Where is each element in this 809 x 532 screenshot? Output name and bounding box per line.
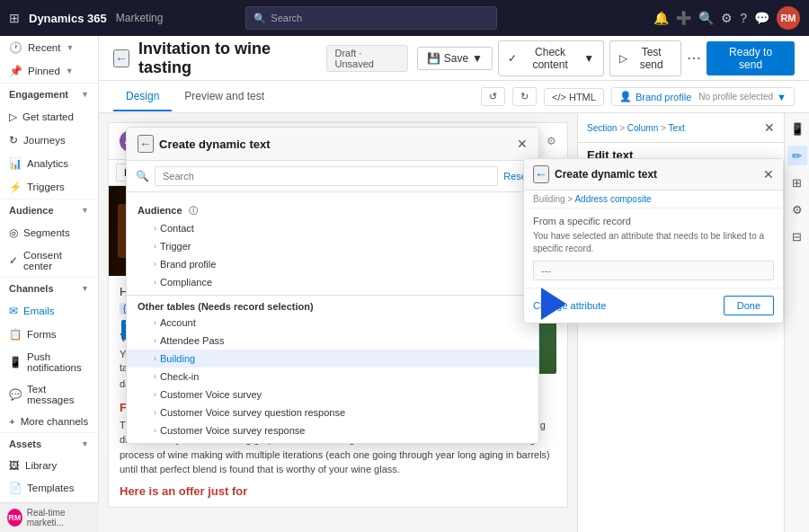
overlay-tree: Audience ⓘ › Contact › Trigger › xyxy=(127,192,538,443)
get-started-icon: ▷ xyxy=(9,111,17,123)
nav-icons: 🔔 ➕ 🔍 ⚙ ? 💬 RM xyxy=(653,6,800,30)
compliance-label: Compliance xyxy=(160,277,212,288)
sidebar-channels-header[interactable]: Channels ▼ xyxy=(0,278,98,299)
redo-button[interactable]: ↻ xyxy=(512,87,537,106)
done-button[interactable]: Done xyxy=(724,296,774,315)
breadcrumb-text-node[interactable]: Text xyxy=(668,123,684,133)
sidebar-assets-header[interactable]: Assets ▼ xyxy=(0,433,98,455)
content-area: ← Invitation to wine tasting Draft · Uns… xyxy=(99,36,809,532)
check-content-button[interactable]: ✓ Check content ▼ xyxy=(498,40,604,76)
rm-avatar: RM xyxy=(7,509,22,527)
attendee-chevron: › xyxy=(154,336,156,345)
sidebar-item-emails[interactable]: ✉ Emails xyxy=(0,299,98,323)
sidebar-audience-header[interactable]: Audience ▼ xyxy=(0,200,98,221)
sidebar-item-more-channels[interactable]: + More channels xyxy=(0,411,98,432)
sidebar-item-get-started[interactable]: ▷ Get started xyxy=(0,105,98,129)
back-button[interactable]: ← xyxy=(113,49,129,67)
tool-edit-icon[interactable]: ✏ xyxy=(787,146,807,165)
sidebar-item-segments[interactable]: ◎ Segments xyxy=(0,221,98,244)
tree-item-trigger[interactable]: › Trigger xyxy=(127,237,538,255)
save-button[interactable]: 💾 Save ▼ xyxy=(417,47,493,70)
nested-close-button[interactable]: ✕ xyxy=(763,167,774,182)
gear-icon[interactable]: ⚙ xyxy=(721,11,733,25)
more-channels-label: More channels xyxy=(21,416,88,427)
tree-item-cv-question[interactable]: › Customer Voice survey question respons… xyxy=(127,403,538,421)
sidebar-item-library[interactable]: 🖼 Library xyxy=(0,455,98,476)
sidebar-item-pinned[interactable]: 📌 Pinned ▼ xyxy=(0,59,98,83)
overlay-close-button[interactable]: ✕ xyxy=(517,137,528,151)
tree-item-attendee-pass[interactable]: › Attendee Pass xyxy=(127,332,538,350)
search-bar[interactable]: 🔍 Search xyxy=(245,6,497,30)
nested-back-button[interactable]: ← xyxy=(533,165,549,183)
undo-button[interactable]: ↺ xyxy=(481,87,505,106)
change-attribute-button[interactable]: Change attribute xyxy=(533,300,606,311)
tree-item-compliance[interactable]: › Compliance xyxy=(127,273,538,291)
tool-settings-icon[interactable]: ⚙ xyxy=(787,200,807,219)
sidebar-item-push[interactable]: 📱 Push notifications xyxy=(0,346,98,378)
library-icon: 🖼 xyxy=(9,460,20,471)
triggers-label: Triggers xyxy=(27,182,65,192)
tree-item-cv-response[interactable]: › Customer Voice survey response xyxy=(127,421,538,439)
sidebar-audience-section: Audience ▼ ◎ Segments ✓ Consent center xyxy=(0,200,98,278)
engagement-chevron: ▼ xyxy=(81,90,89,99)
sidebar-item-forms[interactable]: 📋 Forms xyxy=(0,323,98,346)
right-panel: Section > Column > Text ✕ Edit text Oute… xyxy=(577,113,784,532)
html-button[interactable]: </> HTML xyxy=(544,88,604,106)
bell-icon[interactable]: 🔔 xyxy=(653,11,669,25)
right-panel-close-button[interactable]: ✕ xyxy=(764,120,775,135)
tool-phone-icon[interactable]: 📱 xyxy=(787,119,807,138)
html-icon: </> xyxy=(552,92,566,102)
tool-grid-icon[interactable]: ⊟ xyxy=(787,226,807,246)
user-avatar[interactable]: RM xyxy=(777,6,800,30)
sidebar-item-journeys[interactable]: ↻ Journeys xyxy=(0,129,98,152)
tree-item-cv-survey[interactable]: › Customer Voice survey xyxy=(127,386,538,403)
tree-item-checkin[interactable]: › Check-in xyxy=(127,368,538,386)
sidebar-item-sms[interactable]: 💬 Text messages xyxy=(0,378,98,411)
templates-icon: 📄 xyxy=(9,482,22,494)
tool-layers-icon[interactable]: ⊞ xyxy=(787,173,807,192)
push-icon: 📱 xyxy=(9,356,22,368)
analytics-label: Analytics xyxy=(27,158,68,169)
filter-icon[interactable]: 🔍 xyxy=(698,11,714,25)
checkin-chevron: › xyxy=(154,372,156,381)
library-label: Library xyxy=(25,460,57,471)
sidebar-item-consent[interactable]: ✓ Consent center xyxy=(0,244,98,277)
sidebar-item-analytics[interactable]: 📊 Analytics xyxy=(0,152,98,175)
ready-to-send-button[interactable]: Ready to send xyxy=(707,41,795,75)
trigger-label: Trigger xyxy=(160,241,191,252)
tree-item-building[interactable]: › Building xyxy=(127,350,538,368)
brand-profile-button[interactable]: 👤 Brand profile No profile selected ▼ xyxy=(611,87,795,106)
rm-footer[interactable]: RM Real-time marketi... xyxy=(0,502,99,532)
sidebar-engagement-header[interactable]: Engagement ▼ xyxy=(0,84,98,105)
test-send-button[interactable]: ▷ Test send xyxy=(609,40,681,76)
more-channels-icon: + xyxy=(9,416,15,427)
email-settings-icon[interactable]: ⚙ xyxy=(547,135,556,147)
more-options-button[interactable]: ⋯ xyxy=(687,49,701,66)
grid-icon[interactable]: ⊞ xyxy=(9,11,20,25)
check-icon: ✓ xyxy=(508,52,517,65)
cv-response-label: Customer Voice survey response xyxy=(160,425,305,436)
save-icon: 💾 xyxy=(427,52,440,65)
search-input[interactable] xyxy=(155,166,498,186)
tree-item-contact[interactable]: › Contact xyxy=(127,219,538,237)
tree-item-brand-profile[interactable]: › Brand profile xyxy=(127,255,538,273)
help-icon[interactable]: ? xyxy=(740,11,747,25)
sidebar-item-templates[interactable]: 📄 Templates xyxy=(0,476,98,500)
journeys-icon: ↻ xyxy=(9,134,18,146)
breadcrumb-column[interactable]: Column xyxy=(627,123,658,133)
nested-record-input[interactable] xyxy=(533,261,774,280)
tab-design[interactable]: Design xyxy=(113,83,172,111)
plus-icon[interactable]: ➕ xyxy=(676,11,691,25)
tree-item-account[interactable]: › Account xyxy=(127,314,538,332)
save-dropdown-icon[interactable]: ▼ xyxy=(472,52,483,65)
tab-preview[interactable]: Preview and test xyxy=(172,83,277,111)
check-dropdown-icon[interactable]: ▼ xyxy=(583,52,594,65)
sidebar-item-triggers[interactable]: ⚡ Triggers xyxy=(0,175,98,199)
overlay-back-button[interactable]: ← xyxy=(138,135,154,153)
main-layout: 🕐 Recent ▼ 📌 Pinned ▼ Engagement ▼ ▷ Get… xyxy=(0,36,809,532)
sidebar-item-recent[interactable]: 🕐 Recent ▼ xyxy=(0,36,98,59)
chat-icon[interactable]: 💬 xyxy=(754,11,769,25)
sms-label: Text messages xyxy=(27,384,89,405)
journeys-label: Journeys xyxy=(23,135,66,146)
breadcrumb-section[interactable]: Section xyxy=(587,123,617,133)
